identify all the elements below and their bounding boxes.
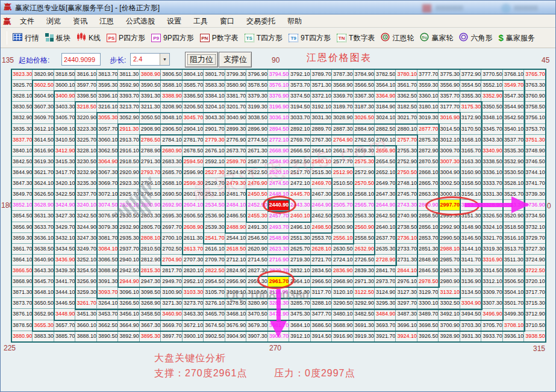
menu-item-交易委托[interactable]: 交易委托	[240, 17, 281, 25]
gann-cell: 3895.30	[140, 331, 161, 342]
step-select[interactable]: 2.4 ▼	[130, 53, 170, 66]
toolbar-button-江恩轮[interactable]: 江恩轮	[378, 30, 417, 46]
gann-cell: 3052.90	[118, 113, 139, 123]
gann-cell: 3849.70	[11, 189, 33, 200]
gann-cell: 3650.50	[33, 298, 54, 309]
toolbar-button-P四方形[interactable]: PSP四方形	[104, 30, 148, 46]
gann-cell: 3213.70	[118, 102, 139, 113]
menu-item-江恩[interactable]: 江恩	[93, 17, 120, 25]
gann-cell: 2908.90	[140, 124, 161, 135]
gann-cell: 2601.70	[183, 189, 204, 200]
gann-cell: 3456.10	[118, 309, 139, 320]
toolbar-button-行情[interactable]: 行情	[10, 30, 42, 46]
gann-cell: 3031.30	[311, 113, 332, 123]
start-price-input[interactable]	[61, 53, 101, 66]
gann-cell: 2544.10	[225, 233, 246, 244]
gann-cell: 3583.30	[204, 80, 225, 91]
toolbar-button-P数字表[interactable]: PNP数字表	[197, 30, 242, 46]
gann-cell: 2985.70	[439, 255, 460, 266]
gann-cell: 2565.70	[354, 200, 375, 211]
gann-cell: 3837.70	[11, 135, 33, 146]
toolbar-button-赢家轮[interactable]: Big赢家轮	[417, 30, 456, 46]
gann-cell: 2899.30	[225, 124, 246, 135]
gann-cell: 2637.70	[375, 233, 396, 244]
gann-cell: 2520.10	[268, 167, 289, 178]
toolbar-button-9P四方形[interactable]: P99P四方形	[148, 30, 197, 46]
gann-cell: 3292.90	[354, 298, 375, 309]
toolbar-button-板块[interactable]: 板块	[42, 30, 73, 46]
toolbar-button-T数字表[interactable]: TNT数字表	[334, 30, 378, 46]
kline-icon	[77, 33, 86, 43]
gann-cell: 2935.30	[118, 233, 139, 244]
gann-cell: 3096.10	[118, 287, 139, 298]
gann-cell: 3127.30	[396, 287, 417, 298]
gann-cell: 3669.70	[161, 320, 182, 331]
resistance-button[interactable]: 阻力位	[185, 52, 218, 67]
gann-cell: 3369.70	[332, 91, 353, 102]
gann-cell: 3580.90	[225, 80, 246, 91]
gann-cell: 3693.70	[375, 320, 396, 331]
menu-item-帮助[interactable]: 帮助	[281, 17, 308, 25]
gann-cell: 3345.70	[481, 124, 502, 135]
gann-cell: 3597.70	[75, 80, 96, 91]
gann-cell: 2731.30	[396, 255, 417, 266]
toolbar-button-赢家服务[interactable]: $赢家服务	[495, 30, 537, 46]
gann-cell: 2772.10	[268, 135, 289, 146]
menu-item-资讯[interactable]: 资讯	[67, 17, 93, 25]
gann-cell: 2577.70	[332, 157, 353, 167]
gann-cell: 3525.70	[503, 189, 524, 200]
support-button[interactable]: 支撑位	[219, 52, 252, 67]
gann-cell: 3182.50	[396, 102, 417, 113]
gann-cell: 2493.70	[268, 222, 289, 233]
gann-cell: 3866.50	[11, 266, 33, 276]
menu-item-窗口[interactable]: 窗口	[214, 17, 240, 25]
gann-cell: 2911.30	[118, 124, 139, 135]
toolbar-button-K线[interactable]: K线	[73, 30, 104, 46]
gann-cell: 3261.70	[75, 298, 96, 309]
blurred-watermark-icon	[501, 4, 511, 13]
gann-cell: 2841.70	[375, 266, 396, 276]
gann-cell: 3040.90	[225, 113, 246, 123]
gann-cell: 3004.90	[439, 167, 460, 178]
gann-cell: 3744.10	[524, 167, 545, 178]
step-label: 步长:	[110, 55, 126, 66]
gann-cell: 3429.70	[54, 222, 75, 233]
gann-cell: 3050.50	[140, 113, 161, 123]
gann-cell: 3724.90	[524, 255, 545, 266]
gann-cell: 3816.10	[75, 69, 96, 80]
menu-item-公式选股[interactable]: 公式选股	[120, 17, 161, 25]
chevron-down-icon[interactable]: ▼	[160, 54, 169, 65]
gann-cell: 2805.70	[140, 222, 161, 233]
gann-cell: 3818.50	[54, 69, 75, 80]
gann-cell: 3684.10	[289, 320, 310, 331]
gann-cell: 3535.30	[503, 146, 524, 157]
gann-cell: 3616.90	[33, 146, 54, 157]
toolbar-button-9T四方形[interactable]: T99T四方形	[286, 30, 334, 46]
gann-cell: 3460.90	[161, 309, 182, 320]
gann-cell: 2486.50	[225, 211, 246, 222]
gann-cell: 3780.10	[396, 69, 417, 80]
menu-item-设置[interactable]: 设置	[161, 17, 187, 25]
gann-cell: 3086.50	[97, 255, 118, 266]
gann-cell: 2553.70	[311, 233, 332, 244]
gann-cell: 3732.10	[524, 222, 545, 233]
gann-cell: 3112.90	[268, 287, 289, 298]
gann-cell: 2894.50	[268, 124, 289, 135]
gann-cell: 2983.30	[439, 266, 460, 276]
menu-item-工具[interactable]: 工具	[187, 17, 214, 25]
gann-cell: 2668.90	[268, 146, 289, 157]
menu-item-文件[interactable]: 文件	[14, 17, 40, 25]
gann-cell: 3192.10	[311, 102, 332, 113]
gann-cell: 2851.30	[417, 244, 439, 255]
gann-cell: 3604.90	[33, 91, 54, 102]
gann-cell: 3643.30	[33, 266, 54, 276]
menu-item-浏览[interactable]: 浏览	[40, 17, 67, 25]
gann-cell: 3129.70	[417, 287, 439, 298]
gann-cell: 3208.90	[161, 102, 182, 113]
gann-cell: 3516.10	[503, 233, 524, 244]
gann-cell: 3636.10	[33, 233, 54, 244]
gann-cell: 3729.70	[524, 233, 545, 244]
toolbar-button-六角形[interactable]: 六角形	[456, 30, 495, 46]
gann-cell: 3427.30	[54, 211, 75, 222]
toolbar-button-T四方形[interactable]: TST四方形	[242, 30, 286, 46]
